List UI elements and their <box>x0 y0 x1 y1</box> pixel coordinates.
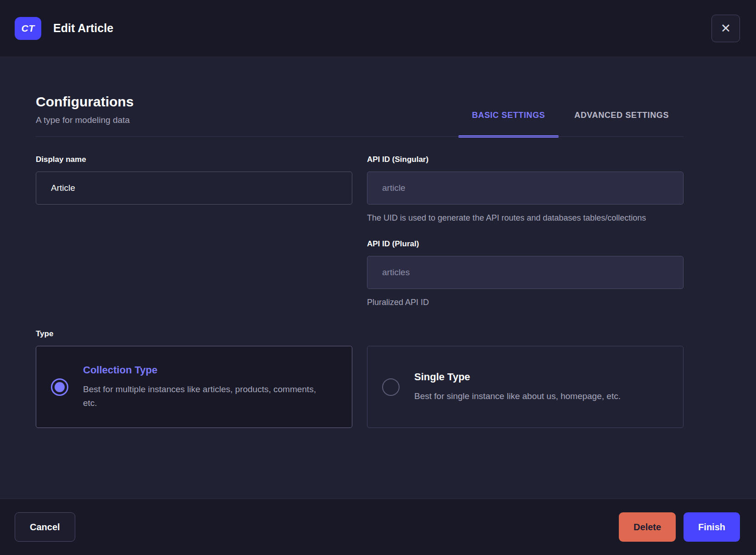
close-icon: ✕ <box>721 22 731 34</box>
modal-title: Edit Article <box>53 22 113 35</box>
configurations-header-row: Configurations A type for modeling data … <box>36 94 684 137</box>
display-name-field-group: Display name <box>36 155 352 205</box>
collection-type-text: Collection Type Best for multiple instan… <box>83 364 331 410</box>
close-button[interactable]: ✕ <box>712 15 740 42</box>
display-name-input[interactable] <box>36 172 352 205</box>
api-id-singular-field-group: API ID (Singular) The UID is used to gen… <box>367 155 684 225</box>
content-type-badge-icon: CT <box>15 17 41 40</box>
radio-unselected-icon <box>382 378 400 396</box>
type-options: Collection Type Best for multiple instan… <box>36 346 684 428</box>
type-option-collection-type[interactable]: Collection Type Best for multiple instan… <box>36 346 352 428</box>
radio-selected-icon <box>51 378 68 396</box>
api-id-singular-input <box>367 172 684 205</box>
content-type-badge-label: CT <box>22 23 35 34</box>
type-label: Type <box>36 329 684 339</box>
display-name-label: Display name <box>36 155 352 164</box>
collection-type-description: Best for multiple instances like article… <box>83 383 331 410</box>
configurations-heading: Configurations A type for modeling data <box>36 94 133 137</box>
page-subtitle: A type for modeling data <box>36 115 133 125</box>
type-option-single-type[interactable]: Single Type Best for single instance lik… <box>367 346 684 428</box>
type-section: Type Collection Type Best for multiple i… <box>36 329 684 428</box>
api-id-singular-help: The UID is used to generate the API rout… <box>367 211 661 225</box>
tab-advanced-settings[interactable]: ADVANCED SETTINGS <box>560 101 684 137</box>
api-id-plural-help: Pluralized API ID <box>367 295 661 309</box>
cancel-button[interactable]: Cancel <box>15 512 75 542</box>
collection-type-title: Collection Type <box>83 364 331 376</box>
delete-button[interactable]: Delete <box>619 512 676 542</box>
page-title: Configurations <box>36 94 133 110</box>
settings-tabs: BASIC SETTINGS ADVANCED SETTINGS <box>457 101 684 137</box>
edit-content-type-modal: CT Edit Article ✕ Configurations A type … <box>0 0 756 555</box>
single-type-text: Single Type Best for single instance lik… <box>414 371 621 403</box>
modal-footer: Cancel Delete Finish <box>0 499 756 555</box>
api-id-plural-label: API ID (Plural) <box>367 239 684 249</box>
tab-basic-settings[interactable]: BASIC SETTINGS <box>457 101 560 137</box>
single-type-description: Best for single instance like about us, … <box>414 389 621 403</box>
api-id-singular-label: API ID (Singular) <box>367 155 684 164</box>
modal-body: Configurations A type for modeling data … <box>0 56 756 499</box>
configuration-form: Display name API ID (Singular) The UID i… <box>36 155 684 309</box>
finish-button[interactable]: Finish <box>684 512 740 542</box>
api-id-plural-field-group: API ID (Plural) Pluralized API ID <box>367 239 684 309</box>
single-type-title: Single Type <box>414 371 621 383</box>
api-id-plural-input <box>367 256 684 289</box>
modal-header: CT Edit Article ✕ <box>0 0 756 56</box>
